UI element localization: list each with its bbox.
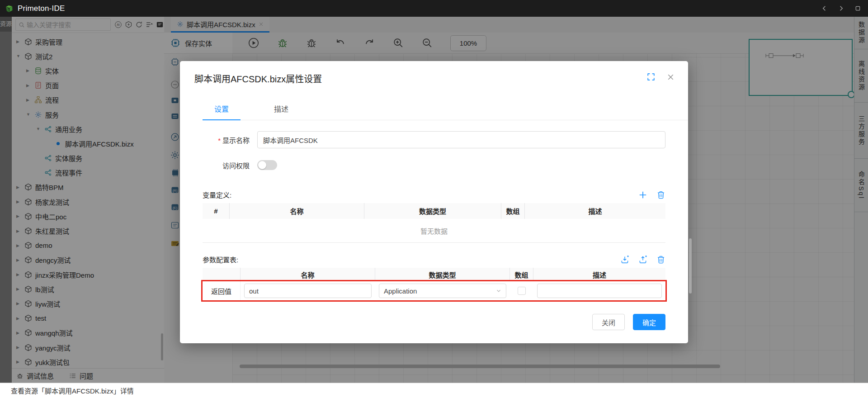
column-header: 描述: [525, 203, 665, 219]
app-title: Primeton-IDE: [18, 4, 65, 13]
display-name-row: *显示名称: [203, 131, 665, 148]
delete-params-icon[interactable]: [656, 255, 665, 264]
import-params-icon[interactable]: [620, 255, 629, 264]
access-toggle[interactable]: [257, 160, 277, 170]
window-controls: [821, 0, 861, 17]
delete-variable-icon[interactable]: [656, 190, 665, 199]
column-header: 数据类型: [375, 268, 510, 281]
chevron-down-icon: [496, 288, 501, 294]
param-name-input[interactable]: [244, 284, 372, 298]
variables-section-header: 变量定义:: [203, 190, 665, 199]
column-header: [203, 268, 241, 281]
dialog-footer: 关闭 确定: [203, 314, 665, 330]
back-icon[interactable]: [821, 5, 827, 11]
tab-settings[interactable]: 设置: [203, 103, 241, 120]
column-header: 名称: [241, 268, 375, 281]
column-header: 名称: [230, 203, 364, 219]
params-table: 名称数据类型数组描述 返回值 Application: [203, 268, 665, 300]
properties-dialog: 脚本调用AFCSDK.bizx属性设置 设置 描述 *显示名称 访问权限 变量定…: [180, 61, 688, 343]
param-kind: 返回值: [203, 281, 241, 300]
tab-description[interactable]: 描述: [262, 103, 300, 120]
ok-button[interactable]: 确定: [633, 314, 665, 330]
column-header: 数组: [510, 268, 533, 281]
required-asterisk: *: [218, 137, 221, 144]
column-header: 数组: [501, 203, 525, 219]
forward-icon[interactable]: [838, 5, 844, 11]
column-header: 数据类型: [364, 203, 501, 219]
column-header: 描述: [533, 268, 665, 281]
fullscreen-icon[interactable]: [647, 73, 655, 81]
param-array-checkbox[interactable]: [518, 287, 526, 295]
dialog-tabs: 设置 描述: [203, 103, 688, 120]
display-name-label: *显示名称: [203, 135, 250, 145]
display-name-input[interactable]: [257, 131, 665, 148]
param-datatype-select[interactable]: Application: [379, 284, 506, 298]
dialog-header: 脚本调用AFCSDK.bizx属性设置: [180, 61, 688, 85]
close-button[interactable]: 关闭: [592, 314, 625, 330]
export-params-icon[interactable]: [638, 255, 647, 264]
statusbar-text: 查看资源「脚本调用AFCSDK.bizx」详情: [11, 386, 134, 395]
params-title: 参数配置表:: [203, 255, 238, 264]
vertical-scrollbar[interactable]: [689, 238, 692, 294]
add-variable-icon[interactable]: [638, 190, 647, 199]
access-label: 访问权限: [203, 161, 250, 170]
dialog-title: 脚本调用AFCSDK.bizx属性设置: [194, 72, 647, 85]
app-logo-icon: [5, 4, 14, 13]
params-section-header: 参数配置表:: [203, 255, 665, 264]
toggle-knob: [258, 161, 266, 169]
restore-window-icon[interactable]: [855, 5, 861, 11]
variables-title: 变量定义:: [203, 190, 231, 199]
access-row: 访问权限: [203, 160, 665, 170]
param-desc-input[interactable]: [537, 284, 662, 298]
empty-table-text: 暂无数据: [203, 219, 665, 243]
close-dialog-icon[interactable]: [667, 73, 675, 81]
column-header: #: [203, 203, 230, 219]
statusbar: 查看资源「脚本调用AFCSDK.bizx」详情: [0, 383, 868, 398]
variables-table: #名称数据类型数组描述 暂无数据: [203, 203, 665, 243]
titlebar: Primeton-IDE: [0, 0, 868, 17]
param-row-highlighted: 返回值 Application: [203, 281, 665, 300]
